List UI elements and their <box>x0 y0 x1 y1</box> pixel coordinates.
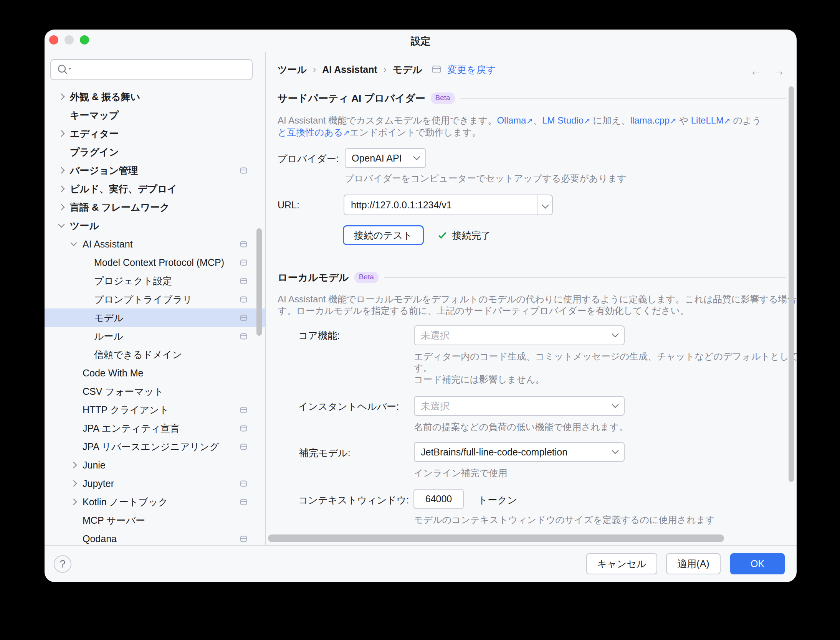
external-link-icon: ↗ <box>584 116 590 125</box>
sidebar-item-23[interactable]: MCP サーバー <box>45 511 265 529</box>
sidebar-item-label: キーマップ <box>70 106 119 124</box>
sidebar-item-10[interactable]: プロジェクト設定 <box>45 272 265 290</box>
sidebar-item-4[interactable]: バージョン管理 <box>45 161 265 180</box>
sidebar-item-13[interactable]: ルール <box>45 327 265 345</box>
instant-helper-label: インスタントヘルパー: <box>298 400 399 413</box>
sidebar-item-21[interactable]: Jupyter <box>45 474 265 493</box>
chevron-down-icon <box>612 330 618 337</box>
sidebar-item-11[interactable]: プロンプトライブラリ <box>45 290 265 308</box>
sidebar-item-24[interactable]: Qodana <box>45 529 265 545</box>
chevron-right-icon[interactable] <box>58 167 65 174</box>
modified-settings-icon <box>240 278 247 284</box>
chevron-down-icon <box>612 447 618 454</box>
modified-settings-icon <box>240 444 247 450</box>
ok-button[interactable]: OK <box>730 553 785 574</box>
sidebar-item-label: Jupyter <box>83 474 114 493</box>
url-input[interactable]: http://127.0.0.1:1234/v1 <box>344 195 553 215</box>
external-link-icon: ↗ <box>526 116 533 125</box>
sidebar-item-2[interactable]: エディター <box>45 124 265 143</box>
modified-settings-icon <box>240 315 247 321</box>
chevron-right-icon[interactable] <box>58 186 65 192</box>
litellm-link[interactable]: LiteLLM <box>691 115 724 125</box>
chevron-right-icon[interactable] <box>71 499 77 505</box>
completion-model-label: 補完モデル: <box>299 447 351 459</box>
instant-helper-note: 名前の提案などの負荷の低い機能で使用されます。 <box>414 421 628 433</box>
apply-button[interactable]: 適用(A) <box>666 553 721 574</box>
core-note-line2: す。 <box>414 362 433 374</box>
core-features-select[interactable]: 未選択 <box>414 325 625 345</box>
forward-arrow[interactable]: → <box>772 63 785 78</box>
sidebar-item-label: HTTP クライアント <box>83 401 169 419</box>
chevron-down-icon <box>413 153 420 160</box>
revert-icon[interactable] <box>432 65 441 74</box>
chevron-down-icon[interactable] <box>542 201 549 208</box>
combo-divider <box>537 195 538 214</box>
sidebar-item-7[interactable]: ツール <box>45 216 265 235</box>
check-icon <box>437 230 448 241</box>
horizontal-scrollbar[interactable] <box>268 534 724 542</box>
chevron-right-icon[interactable] <box>58 94 65 100</box>
instant-helper-select[interactable]: 未選択 <box>414 396 625 416</box>
chevron-down-icon[interactable] <box>58 221 65 228</box>
main-scrollbar[interactable] <box>789 86 794 482</box>
core-features-label: コア機能: <box>298 329 340 342</box>
provider-select[interactable]: OpenAI API <box>345 148 426 168</box>
instant-helper-placeholder: 未選択 <box>421 400 450 412</box>
sidebar-item-6[interactable]: 言語 & フレームワーク <box>45 198 265 216</box>
sidebar-item-9[interactable]: Model Context Protocol (MCP) <box>45 253 265 272</box>
completion-model-value: JetBrains/full-line-code-completion <box>421 447 567 458</box>
provider-description-line2: と互換性のある↗エンドポイントで動作します。 <box>278 126 481 139</box>
external-link-icon: ↗ <box>670 116 676 125</box>
sidebar-item-label: MCP サーバー <box>83 511 145 529</box>
breadcrumb-tools[interactable]: ツール <box>278 63 307 76</box>
sidebar-item-label: AI Assistant <box>83 235 133 253</box>
help-button[interactable]: ? <box>54 555 71 573</box>
lm-studio-link[interactable]: LM Studio <box>542 115 584 125</box>
sidebar-item-16[interactable]: CSV フォーマット <box>45 382 265 401</box>
sidebar-item-5[interactable]: ビルド、実行、デプロイ <box>45 180 265 198</box>
chevron-right-icon[interactable] <box>71 480 77 487</box>
connection-status-text: 接続完了 <box>452 229 491 242</box>
search-input[interactable] <box>50 59 253 80</box>
context-window-input[interactable]: 64000 <box>413 489 464 509</box>
sidebar-item-label: プロジェクト設定 <box>94 272 172 290</box>
provider-label: プロバイダー: <box>278 152 339 165</box>
sidebar-item-22[interactable]: Kotlin ノートブック <box>45 493 265 511</box>
sidebar-item-3[interactable]: プラグイン <box>45 143 265 161</box>
core-features-placeholder: 未選択 <box>421 329 450 342</box>
sidebar-item-15[interactable]: Code With Me <box>45 364 265 382</box>
sidebar-item-label: エディター <box>70 124 119 143</box>
sidebar-item-12[interactable]: モデル <box>45 308 265 327</box>
revert-changes-link[interactable]: 変更を戻す <box>448 63 496 76</box>
provider-selected-value: OpenAI API <box>352 153 402 164</box>
sidebar-item-1[interactable]: キーマップ <box>45 106 265 124</box>
breadcrumb-models[interactable]: モデル <box>393 63 422 76</box>
back-arrow[interactable]: ← <box>750 63 763 78</box>
chevron-right-icon[interactable] <box>58 130 65 137</box>
sidebar-item-19[interactable]: JPA リバースエンジニアリング <box>45 437 265 456</box>
sidebar-item-0[interactable]: 外観 & 振る舞い <box>45 87 265 106</box>
chevron-down-icon[interactable] <box>71 240 77 246</box>
cancel-button[interactable]: キャンセル <box>586 553 657 574</box>
test-connection-button[interactable]: 接続のテスト <box>343 225 424 245</box>
sidebar-item-label: プラグイン <box>70 143 119 161</box>
section-divider <box>460 98 786 99</box>
sidebar-item-8[interactable]: AI Assistant <box>45 235 265 253</box>
llama-cpp-link[interactable]: llama.cpp <box>630 115 670 125</box>
ollama-link[interactable]: Ollama <box>497 115 526 125</box>
chevron-right-icon[interactable] <box>58 204 65 211</box>
context-window-note: モデルのコンテキストウィンドウのサイズを定義するのに使用されます <box>414 514 715 526</box>
modified-settings-icon <box>240 333 247 340</box>
sidebar-item-17[interactable]: HTTP クライアント <box>45 401 265 419</box>
sidebar-item-20[interactable]: Junie <box>45 456 265 474</box>
local-description-line2: す。ローカルモデルを指定する前に、上記のサードパーティプロバイダーを有効化してく… <box>278 305 689 317</box>
chevron-right-icon[interactable] <box>71 462 77 468</box>
sidebar-scrollbar[interactable] <box>256 228 262 336</box>
compatible-link[interactable]: と互換性のある <box>278 127 343 137</box>
connection-status: 接続完了 <box>437 225 491 245</box>
sidebar-item-14[interactable]: 信頼できるドメイン <box>45 345 265 364</box>
completion-model-select[interactable]: JetBrains/full-line-code-completion <box>414 442 625 462</box>
breadcrumb-ai-assistant[interactable]: AI Assistant <box>322 64 377 75</box>
sidebar-item-18[interactable]: JPA エンティティ宣言 <box>45 419 265 437</box>
sidebar-item-label: Model Context Protocol (MCP) <box>94 253 224 272</box>
